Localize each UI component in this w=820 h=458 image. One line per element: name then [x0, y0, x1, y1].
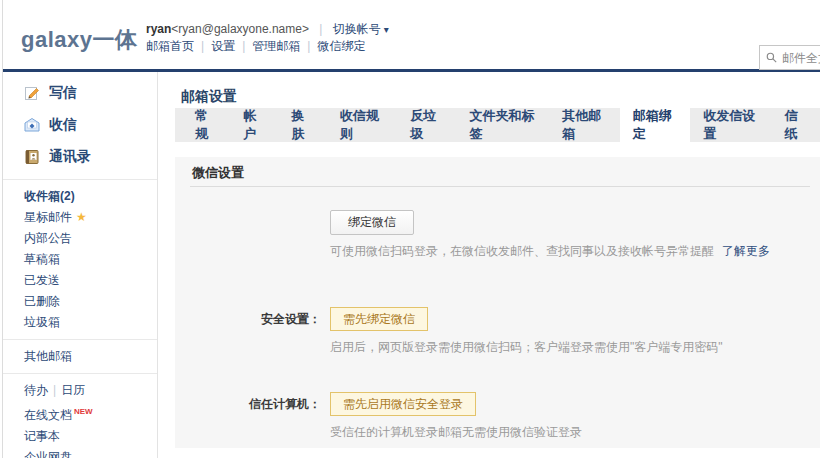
wechat-settings-panel: 微信设置 绑定微信 可使用微信扫码登录，在微信收发邮件、查找同事以及接收帐号异常… — [175, 157, 820, 448]
tab-stationery[interactable]: 信纸 — [772, 108, 820, 142]
user-email: <ryan@galaxyone.name> — [171, 22, 309, 36]
todo-link[interactable]: 待办 — [24, 383, 48, 397]
inbox-envelope-icon — [24, 117, 40, 133]
user-block: ryan<ryan@galaxyone.name> | 切换帐号▾ 邮箱首页|设… — [146, 21, 389, 55]
security-description: 启用后，网页版登录需使用微信扫码；客户端登录需使用"客户端专用密码" — [330, 339, 723, 356]
page-title: 邮箱设置 — [181, 88, 237, 106]
sidebar-item-enterprise-disk[interactable]: 企业网盘 — [3, 447, 157, 458]
tab-skin[interactable]: 换肤 — [278, 108, 326, 142]
nav-settings[interactable]: 设置 — [211, 39, 235, 53]
compose-pencil-icon — [24, 85, 40, 101]
switch-account-link[interactable]: 切换帐号▾ — [333, 22, 389, 36]
contacts-button[interactable]: 通讯录 — [3, 141, 157, 173]
settings-tabbar: 常规 帐户 换肤 收信规则 反垃圾 文件夹和标签 其他邮箱 邮箱绑定 收发信设置… — [175, 108, 820, 142]
security-settings-label: 安全设置： — [205, 307, 321, 331]
tab-folders-labels[interactable]: 文件夹和标签 — [457, 108, 550, 142]
user-line: ryan<ryan@galaxyone.name> | 切换帐号▾ — [146, 21, 389, 38]
sidebar-item-deleted[interactable]: 已删除 — [3, 291, 157, 312]
tab-general[interactable]: 常规 — [182, 108, 230, 142]
tab-send-receive[interactable]: 收发信设置 — [690, 108, 772, 142]
search-box[interactable] — [759, 45, 820, 70]
contacts-label: 通讯录 — [49, 148, 91, 166]
sidebar-item-sent[interactable]: 已发送 — [3, 270, 157, 291]
bind-wechat-button[interactable]: 绑定微信 — [330, 210, 414, 235]
tab-mailbox-binding[interactable]: 邮箱绑定 — [620, 108, 690, 142]
tool-list: 待办|日历 在线文档NEW 记事本 企业网盘 文件中转站 — [3, 380, 157, 458]
divider — [3, 373, 157, 374]
header-nav: 邮箱首页|设置|管理邮箱|微信绑定 — [146, 38, 389, 55]
calendar-link[interactable]: 日历 — [61, 383, 85, 397]
sidebar-item-drafts[interactable]: 草稿箱 — [3, 249, 157, 270]
compose-label: 写信 — [49, 84, 77, 102]
tab-mail-rules[interactable]: 收信规则 — [327, 108, 397, 142]
need-bind-wechat-button[interactable]: 需先绑定微信 — [330, 307, 428, 331]
receive-label: 收信 — [49, 116, 77, 134]
logo[interactable]: galaxy一体 — [21, 25, 138, 55]
sidebar: 写信 收信 通讯录 收件箱(2) 星标邮件★ 内部公告 — [3, 72, 158, 458]
learn-more-link[interactable]: 了解更多 — [722, 244, 770, 258]
separator: | — [242, 39, 245, 53]
other-mail-list: 其他邮箱 — [3, 346, 157, 367]
tab-antispam[interactable]: 反垃圾 — [397, 108, 456, 142]
search-icon — [766, 51, 777, 64]
tab-account[interactable]: 帐户 — [230, 108, 278, 142]
trusted-description: 受信任的计算机登录邮箱无需使用微信验证登录 — [330, 424, 582, 441]
folder-list: 收件箱(2) 星标邮件★ 内部公告 草稿箱 已发送 已删除 垃圾箱 — [3, 186, 157, 333]
separator: | — [53, 383, 56, 397]
sidebar-item-starred[interactable]: 星标邮件★ — [3, 207, 157, 228]
nav-wechat-bind[interactable]: 微信绑定 — [317, 39, 365, 53]
user-name: ryan — [146, 22, 171, 36]
chevron-down-icon: ▾ — [384, 24, 389, 35]
separator: | — [201, 39, 204, 53]
divider — [3, 339, 157, 340]
new-badge: NEW — [74, 407, 93, 416]
compose-button[interactable]: 写信 — [3, 77, 157, 109]
sidebar-item-notepad[interactable]: 记事本 — [3, 426, 157, 447]
contacts-book-icon — [24, 149, 40, 165]
main-content: 邮箱设置 常规 帐户 换肤 收信规则 反垃圾 文件夹和标签 其他邮箱 邮箱绑定 … — [159, 72, 820, 458]
section-title: 微信设置 — [192, 164, 244, 182]
sidebar-item-online-docs[interactable]: 在线文档NEW — [3, 401, 157, 426]
sidebar-item-other-mailboxes[interactable]: 其他邮箱 — [3, 346, 157, 367]
separator: | — [307, 39, 310, 53]
trusted-computer-label: 信任计算机： — [205, 392, 321, 416]
receive-button[interactable]: 收信 — [3, 109, 157, 141]
sidebar-item-inbox[interactable]: 收件箱(2) — [3, 186, 157, 207]
nav-manage-mail[interactable]: 管理邮箱 — [252, 39, 300, 53]
header: galaxy一体 ryan<ryan@galaxyone.name> | 切换帐… — [3, 0, 820, 72]
divider — [3, 179, 157, 180]
page: galaxy一体 ryan<ryan@galaxyone.name> | 切换帐… — [2, 0, 820, 458]
need-enable-wechat-login-button[interactable]: 需先启用微信安全登录 — [330, 392, 476, 416]
tab-other-mailboxes[interactable]: 其他邮箱 — [549, 108, 619, 142]
bind-description: 可使用微信扫码登录，在微信收发邮件、查找同事以及接收帐号异常提醒了解更多 — [330, 243, 770, 260]
sidebar-item-todo-calendar: 待办|日历 — [3, 380, 157, 401]
sidebar-item-junk[interactable]: 垃圾箱 — [3, 312, 157, 333]
bind-description-text: 可使用微信扫码登录，在微信收发邮件、查找同事以及接收帐号异常提醒 — [330, 244, 714, 258]
star-icon: ★ — [76, 210, 87, 224]
nav-mail-home[interactable]: 邮箱首页 — [146, 39, 194, 53]
divider — [190, 186, 810, 187]
search-input[interactable] — [782, 51, 820, 65]
sidebar-item-announcements[interactable]: 内部公告 — [3, 228, 157, 249]
separator: | — [319, 22, 322, 36]
